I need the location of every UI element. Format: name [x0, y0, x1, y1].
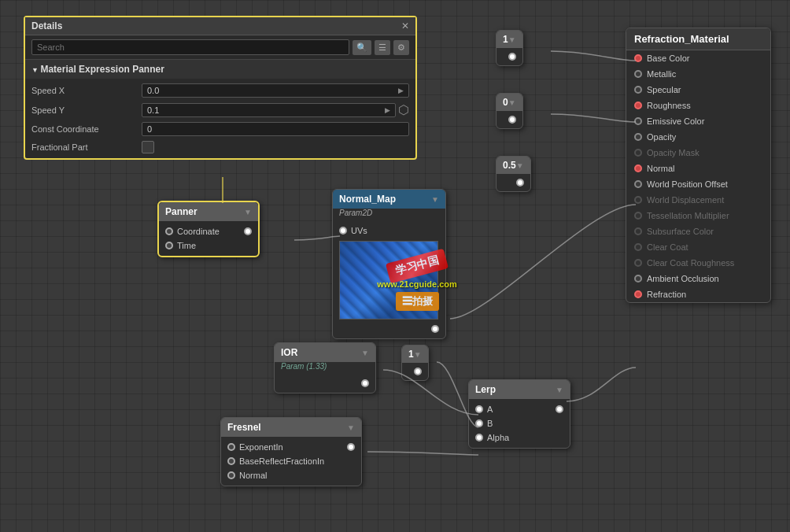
speed-y-value[interactable]: ▶ [142, 103, 396, 117]
lerp-alpha-pin [475, 434, 483, 441]
const-05-node: 0.5 ▼ [496, 156, 531, 192]
const-coord-input[interactable] [147, 124, 353, 134]
fresnel-normal-pin [227, 471, 235, 479]
fresnel-body: ExponentIn BaseReflectFractionIn Normal [221, 437, 361, 486]
const-1-chevron[interactable]: ▼ [508, 35, 516, 44]
lerp-chevron[interactable]: ▼ [556, 386, 563, 394]
ior-body [275, 374, 375, 393]
lerp-b-pin [475, 419, 483, 427]
const-1b-header: 1 ▼ [402, 345, 428, 363]
lerp-a-pin [475, 405, 483, 413]
const-05-header: 0.5 ▼ [497, 157, 530, 174]
refmat-specular-pin [634, 86, 642, 94]
const-1b-value: 1 [408, 349, 414, 360]
properties-grid: Speed X ▶ Speed Y ▶ ⬡ Const Coordinate F… [25, 79, 415, 158]
refmat-opacitymask-label: Opacity Mask [647, 148, 700, 157]
refmat-tess-label: Tessellation Multiplier [647, 211, 729, 220]
const-0-pin [508, 116, 516, 124]
normalmap-title: Normal_Map [339, 194, 396, 205]
normalmap-uvs-pin [339, 227, 347, 235]
lerp-b-row: B [469, 416, 570, 430]
normalmap-node: Normal_Map ▼ Param2D UVs [332, 189, 446, 339]
const-1-pin [508, 53, 516, 61]
speed-y-extra[interactable]: ⬡ [398, 102, 409, 117]
refmat-wd-label: World Displacement [647, 195, 724, 205]
fresnel-exponent-row: ExponentIn [221, 440, 361, 454]
list-view-button[interactable]: ☰ [375, 40, 390, 55]
panner-chevron[interactable]: ▼ [244, 208, 252, 216]
speed-x-input[interactable] [147, 86, 353, 95]
const-0-body [497, 111, 522, 128]
const-0-chevron[interactable]: ▼ [508, 98, 516, 107]
const-05-value: 0.5 [503, 160, 516, 171]
refmat-opacity-pin [634, 133, 642, 141]
const-0-node: 0 ▼ [496, 93, 523, 129]
fractional-part-checkbox[interactable] [142, 141, 154, 153]
refmat-normal-label: Normal [647, 164, 674, 173]
fresnel-title: Fresnel [227, 422, 261, 433]
fresnel-exponent-pin-out [347, 443, 355, 451]
fresnel-basereflect-pin [227, 457, 235, 465]
speed-x-value[interactable]: ▶ [142, 83, 409, 98]
search-button[interactable]: 🔍 [353, 40, 371, 55]
refmat-wd-row: World Displacement [626, 192, 770, 208]
const-0-header: 0 ▼ [497, 94, 522, 111]
fresnel-exponent-label: ExponentIn [239, 442, 283, 452]
const-1b-chevron[interactable]: ▼ [414, 350, 422, 359]
panner-time-pin [165, 242, 173, 249]
search-input[interactable] [31, 39, 349, 55]
normalmap-header: Normal_Map ▼ [333, 190, 445, 209]
refmat-clearcoat-label: Clear Coat [647, 242, 688, 252]
speed-y-input[interactable] [147, 105, 341, 115]
ior-subtitle: Param (1.33) [275, 362, 375, 374]
options-button[interactable]: ⚙ [393, 40, 409, 55]
fresnel-basereflect-label: BaseReflectFractionIn [239, 456, 324, 466]
refmat-pins: Base Color Metallic Specular Roughness E… [626, 50, 770, 302]
refmat-ao-row: Ambient Occlusion [626, 271, 770, 286]
normalmap-output-row [333, 323, 445, 335]
refmat-ao-pin [634, 275, 642, 283]
const-05-chevron[interactable]: ▼ [516, 161, 524, 170]
refmat-subsurface-pin [634, 227, 642, 235]
const-1-node: 1 ▼ [496, 30, 523, 66]
const-05-body [497, 174, 530, 191]
refmat-specular-label: Specular [647, 85, 681, 94]
refmat-wd-pin [634, 196, 642, 204]
section-header[interactable]: Material Expression Panner [25, 60, 415, 79]
panner-time-label: Time [177, 241, 196, 250]
normalmap-uvs-row: UVs [333, 224, 445, 238]
refmat-roughness-label: Roughness [647, 101, 691, 110]
refmat-subsurface-row: Subsurface Color [626, 224, 770, 239]
panner-coordinate-pin-in [165, 227, 173, 235]
refmat-wpo-row: World Position Offset [626, 176, 770, 192]
refmat-emissive-row: Emissive Color [626, 113, 770, 129]
lerp-header: Lerp ▼ [469, 380, 570, 399]
ior-chevron[interactable]: ▼ [361, 349, 369, 357]
refmat-wpo-pin [634, 180, 642, 188]
refmat-basecolor-label: Base Color [647, 54, 689, 63]
speed-x-label: Speed X [31, 86, 142, 95]
normalmap-output-pin [431, 325, 439, 333]
refmat-basecolor-row: Base Color [626, 50, 770, 66]
refmat-refraction-pin [634, 290, 642, 298]
normalmap-preview [339, 241, 438, 320]
close-icon[interactable]: ✕ [401, 20, 409, 31]
lerp-body: A B Alpha [469, 399, 570, 448]
normalmap-chevron[interactable]: ▼ [431, 195, 439, 204]
fresnel-chevron[interactable]: ▼ [347, 423, 355, 432]
lerp-a-row: A [469, 402, 570, 416]
const-0-value: 0 [503, 97, 508, 108]
refmat-roughness-row: Roughness [626, 98, 770, 113]
const-coord-label: Const Coordinate [31, 124, 142, 134]
fresnel-basereflect-row: BaseReflectFractionIn [221, 454, 361, 468]
ior-header: IOR ▼ [275, 343, 375, 362]
refmat-clearcoatroughness-row: Clear Coat Roughness [626, 255, 770, 271]
refmat-header: Refraction_Material [626, 28, 770, 50]
search-bar: 🔍 ☰ ⚙ [25, 35, 415, 60]
ior-output-pin [361, 379, 369, 387]
const-coord-value[interactable] [142, 122, 409, 136]
refmat-opacitymask-pin [634, 149, 642, 157]
panner-coordinate-label: Coordinate [177, 227, 220, 236]
refmat-opacity-row: Opacity [626, 129, 770, 145]
lerp-output-pin [556, 405, 563, 413]
